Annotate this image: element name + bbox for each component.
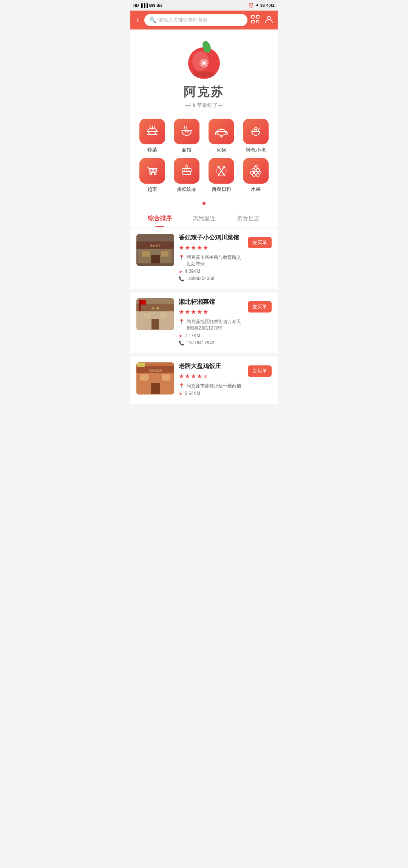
phone-icon: 📞 [179, 276, 184, 282]
signal-bars: ▐▐▐ [140, 3, 148, 8]
network-indicator: HD [133, 3, 139, 8]
carousel-dot-active [202, 202, 206, 205]
hotpot-icon-box [209, 119, 234, 144]
star-5-half: ★ [203, 373, 208, 380]
stir-fry-label: 炒菜 [147, 147, 157, 153]
category-fruit[interactable]: 水果 [240, 158, 272, 193]
buy-button-r1[interactable]: 去买单 [248, 237, 272, 248]
svg-rect-31 [151, 169, 153, 172]
time-display: 4:42 [266, 3, 275, 8]
snacks-icon-box [243, 119, 269, 144]
svg-point-16 [193, 71, 215, 77]
tab-nearby[interactable]: 离我最近 [182, 210, 226, 227]
svg-rect-76 [162, 374, 170, 381]
brand-section: 阿克苏 —Hi 苹果红了— [130, 29, 278, 115]
category-noodles[interactable]: 面馆 [171, 119, 203, 153]
restaurant-image: 湘北轩 [136, 298, 174, 330]
location-icon: 📍 [179, 255, 184, 260]
hotpot-label: 火锅 [216, 147, 226, 153]
category-grid: 炒菜 面馆 [136, 119, 272, 193]
bluetooth-icon: ✦ [255, 3, 259, 8]
svg-text:226012: 226012 [137, 364, 145, 367]
star-3: ★ [191, 244, 196, 251]
category-stir-fry[interactable]: 炒菜 [136, 119, 168, 153]
restaurant-card: 湘北轩 湘北轩湘菜馆 ★ ★ ★ ★ ★ 📍 阿克苏地区虹桥街道万泰天街B栋2层… [130, 292, 278, 353]
svg-rect-64 [139, 300, 141, 311]
noodles-icon-box [174, 119, 199, 144]
svg-point-24 [221, 128, 222, 130]
brand-name: 阿克苏 [184, 84, 224, 101]
svg-rect-77 [151, 383, 160, 394]
status-right: ⏰ ✦ 36 4:42 [249, 3, 275, 8]
svg-point-28 [255, 127, 257, 130]
card-right: 去买单 [248, 362, 272, 377]
restaurant-info: 老牌大盘鸡饭庄 ★ ★ ★ ★ ★ 📍 阿克苏市苏杭小镇一楼商铺 ➤ 0.64K… [179, 362, 243, 398]
category-western[interactable]: 西餐日料 [206, 158, 237, 193]
battery-level: 36 [260, 3, 265, 8]
category-hotpot[interactable]: 火锅 [206, 119, 237, 153]
star-4: ★ [197, 373, 202, 380]
svg-rect-75 [140, 374, 148, 381]
restaurant-phone: 18899204358 [187, 276, 214, 281]
distance-row: ➤ 4.59KM [179, 269, 243, 274]
direction-icon: ➤ [179, 391, 182, 396]
back-button[interactable]: ‹ [135, 14, 141, 26]
search-bar[interactable]: 🔍 请输入关键字查询商家 [144, 14, 247, 26]
header-icons [251, 15, 273, 25]
western-icon-box [209, 158, 234, 184]
svg-rect-66 [144, 313, 151, 318]
svg-text:老牌大盘鸡: 老牌大盘鸡 [149, 369, 162, 372]
address-row: 📍 阿克苏市塔中路与教育路交汇处东侧 [179, 254, 243, 267]
category-supermarket[interactable]: 超市 [136, 158, 168, 193]
restaurant-name: 湘北轩湘菜馆 [179, 298, 243, 306]
buy-button-r3[interactable]: 去买单 [248, 365, 272, 377]
supermarket-label: 超市 [147, 186, 157, 193]
svg-point-38 [189, 170, 190, 171]
western-label: 西餐日料 [212, 186, 231, 193]
restaurant-address: 阿克苏市塔中路与教育路交汇处东侧 [187, 254, 243, 267]
restaurant-address: 阿克苏市苏杭小镇一楼商铺 [187, 383, 241, 389]
star-1: ★ [179, 308, 184, 316]
restaurant-distance: 7.17KM [185, 333, 200, 338]
distance-row: ➤ 0.64KM [179, 391, 243, 396]
category-section: 炒菜 面馆 [130, 115, 278, 199]
svg-point-37 [186, 170, 187, 171]
buy-button-r2[interactable]: 去买单 [248, 301, 272, 313]
distance-row: ➤ 7.17KM [179, 333, 243, 339]
category-snacks[interactable]: 特色小吃 [240, 119, 272, 153]
svg-line-21 [184, 127, 186, 132]
star-rating: ★ ★ ★ ★ ★ [179, 373, 243, 380]
search-icon: 🔍 [150, 17, 156, 23]
restaurant-distance: 4.59KM [185, 269, 200, 274]
fruit-icon-box [243, 158, 269, 184]
tab-comprehensive[interactable]: 综合排序 [138, 209, 182, 227]
user-icon[interactable] [265, 15, 273, 25]
scan-icon[interactable] [251, 15, 260, 25]
star-5-half: ★ [203, 244, 208, 251]
phone-row: 📞 18899204358 [179, 276, 243, 282]
svg-rect-68 [151, 319, 159, 330]
star-4: ★ [197, 308, 202, 316]
location-icon: 📍 [179, 383, 184, 388]
tab-foodtrail[interactable]: 美食足迹 [226, 210, 270, 227]
direction-icon: ➤ [179, 333, 182, 339]
direction-icon: ➤ [179, 269, 182, 274]
star-5-half: ★ [203, 308, 208, 316]
svg-rect-32 [153, 169, 155, 172]
star-3: ★ [191, 373, 196, 380]
restaurant-name: 老牌大盘鸡饭庄 [179, 362, 243, 370]
star-2: ★ [185, 373, 190, 380]
category-cake[interactable]: 蛋糕饮品 [171, 158, 203, 193]
restaurant-list: 香妃辣子 香妃辣子小公鸡川菜馆 ★ ★ ★ ★ ★ 📍 阿克苏市塔中路与教育路交… [130, 228, 278, 404]
restaurant-card: 226012 老牌大盘鸡 老牌大盘鸡饭庄 ★ ★ ★ ★ ★ 📍 阿克苏市 [130, 356, 278, 404]
signal-strength: 599 B/s [149, 3, 162, 8]
status-bar: HD ▐▐▐ 599 B/s ⏰ ✦ 36 4:42 [130, 0, 278, 11]
restaurant-info: 湘北轩湘菜馆 ★ ★ ★ ★ ★ 📍 阿克苏地区虹桥街道万泰天街B栋2层112商… [179, 298, 243, 347]
svg-rect-58 [151, 255, 160, 264]
svg-point-6 [267, 16, 270, 19]
address-row: 📍 阿克苏市苏杭小镇一楼商铺 [179, 383, 243, 389]
restaurant-phone: 13779417942 [187, 340, 214, 345]
supermarket-icon-box [139, 158, 165, 184]
svg-point-29 [150, 173, 151, 175]
status-left: HD ▐▐▐ 599 B/s [133, 3, 162, 8]
